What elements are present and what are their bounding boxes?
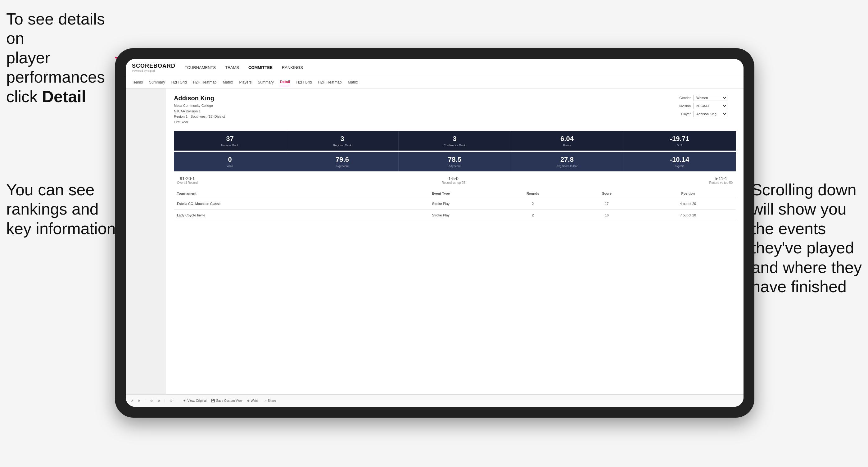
tab-h2h-grid[interactable]: H2H Grid bbox=[172, 79, 187, 86]
player-region: Region 1 - Southwest (18) District bbox=[174, 114, 225, 120]
content-area: Addison King Mesa Community College NJCA… bbox=[166, 89, 744, 394]
row2-rounds: 2 bbox=[492, 210, 573, 221]
stats-grid-row1: 37 National Rank 3 Regional Rank 3 Confe… bbox=[174, 131, 736, 151]
record-top50: 5-11-1 Record vs top 50 bbox=[709, 176, 733, 184]
save-custom-view-button[interactable]: 💾 Save Custom View bbox=[211, 399, 242, 402]
row2-tournament: Lady Coyote Invite bbox=[174, 210, 389, 221]
stat-avg-score: 79.6 Avg Score bbox=[286, 152, 399, 172]
player-division: NJCAA Division 1 bbox=[174, 109, 225, 114]
view-original-button[interactable]: 👁 View: Original bbox=[183, 399, 207, 402]
division-filter-row: Division NJCAA I bbox=[674, 103, 736, 109]
annotation-top-left: To see details on player performances cl… bbox=[6, 9, 124, 106]
player-filters: Gender Women Division NJCAA I bbox=[674, 95, 736, 125]
player-info-section: Addison King Mesa Community College NJCA… bbox=[174, 95, 736, 125]
player-filter-row: Player Addison King bbox=[674, 111, 736, 117]
save-icon: 💾 bbox=[211, 399, 215, 402]
gender-filter-row: Gender Women bbox=[674, 95, 736, 101]
annotation-bottom-left: You can see rankings and key information bbox=[6, 180, 116, 238]
row2-score: 16 bbox=[574, 210, 641, 221]
row2-event-type: Stroke Play bbox=[389, 210, 493, 221]
top-nav: SCOREBOARD Powered by clippd TOURNAMENTS… bbox=[126, 59, 744, 76]
stat-avg-score-par: 27.8 Avg Score to Par bbox=[511, 152, 623, 172]
toolbar-clock[interactable]: ⏱ bbox=[170, 399, 173, 402]
row1-score: 17 bbox=[574, 198, 641, 210]
tablet-screen: SCOREBOARD Powered by clippd TOURNAMENTS… bbox=[126, 59, 744, 407]
player-school: Mesa Community College bbox=[174, 103, 225, 109]
tournament-table: Tournament Event Type Rounds Score Posit… bbox=[174, 189, 736, 221]
watch-icon: ⊕ bbox=[247, 399, 250, 402]
col-position: Position bbox=[640, 189, 736, 198]
player-name: Addison King bbox=[174, 95, 225, 102]
stat-conference-rank: 3 Conference Rank bbox=[399, 131, 511, 151]
stats-grid-row2: 0 Wins 79.6 Avg Score 78.5 Adj Score 27.… bbox=[174, 152, 736, 172]
tab-h2h-grid2[interactable]: H2H Grid bbox=[296, 79, 312, 86]
table-row: Estella CC- Mountain Classic Stroke Play… bbox=[174, 198, 736, 210]
stat-avg-sg: -10.14 Avg SG bbox=[623, 152, 736, 172]
tab-teams[interactable]: Teams bbox=[132, 79, 143, 86]
bottom-toolbar: ↺ ↻ | ⊖ ⊕ | ⏱ | 👁 View: Original 💾 Save … bbox=[126, 394, 744, 407]
toolbar-zoom-in[interactable]: ⊕ bbox=[157, 399, 160, 402]
stat-national-rank: 37 National Rank bbox=[174, 131, 286, 151]
nav-items: TOURNAMENTS TEAMS COMMITTEE RANKINGS bbox=[185, 64, 303, 71]
share-icon: ↗ bbox=[264, 399, 267, 402]
stat-sos: -19.71 SoS bbox=[623, 131, 736, 151]
share-button[interactable]: ↗ Share bbox=[264, 399, 276, 402]
toolbar-undo[interactable]: ↺ bbox=[130, 399, 133, 402]
toolbar-zoom-out[interactable]: ⊖ bbox=[150, 399, 153, 402]
gender-select[interactable]: Women bbox=[693, 95, 727, 101]
row1-rounds: 2 bbox=[492, 198, 573, 210]
row1-position: 4 out of 20 bbox=[640, 198, 736, 210]
tab-summary[interactable]: Summary bbox=[149, 79, 165, 86]
watch-button[interactable]: ⊕ Watch bbox=[247, 399, 259, 402]
division-select[interactable]: NJCAA I bbox=[693, 103, 727, 109]
tab-matrix[interactable]: Matrix bbox=[223, 79, 233, 86]
tab-h2h-heatmap[interactable]: H2H Heatmap bbox=[193, 79, 217, 86]
nav-teams[interactable]: TEAMS bbox=[225, 64, 239, 71]
sub-nav: Teams Summary H2H Grid H2H Heatmap Matri… bbox=[126, 76, 744, 89]
toolbar-redo[interactable]: ↻ bbox=[137, 399, 140, 402]
player-select[interactable]: Addison King bbox=[693, 111, 727, 117]
main-content: Addison King Mesa Community College NJCA… bbox=[126, 89, 744, 394]
nav-rankings[interactable]: RANKINGS bbox=[282, 64, 303, 71]
tablet-frame: SCOREBOARD Powered by clippd TOURNAMENTS… bbox=[115, 48, 754, 417]
nav-tournaments[interactable]: TOURNAMENTS bbox=[185, 64, 216, 71]
stat-points: 6.04 Points bbox=[511, 131, 623, 151]
left-sidebar bbox=[126, 89, 166, 394]
division-label: Division bbox=[674, 104, 691, 108]
stat-wins: 0 Wins bbox=[174, 152, 286, 172]
tab-detail[interactable]: Detail bbox=[280, 78, 290, 86]
row1-event-type: Stroke Play bbox=[389, 198, 493, 210]
records-section: 91-20-1 Overall Record 1-5-0 Record vs t… bbox=[174, 176, 736, 184]
scoreboard-logo: SCOREBOARD Powered by clippd bbox=[132, 63, 176, 72]
logo-text: SCOREBOARD bbox=[132, 63, 176, 69]
gender-label: Gender bbox=[674, 96, 691, 100]
powered-by: Powered by clippd bbox=[132, 69, 176, 72]
annotation-right: Scrolling down will show you the events … bbox=[751, 180, 862, 296]
col-tournament: Tournament bbox=[174, 189, 389, 198]
view-icon: 👁 bbox=[183, 399, 186, 402]
tab-summary2[interactable]: Summary bbox=[258, 79, 274, 86]
record-top25: 1-5-0 Record vs top 25 bbox=[442, 176, 465, 184]
player-details: Addison King Mesa Community College NJCA… bbox=[174, 95, 225, 125]
tab-h2h-heatmap2[interactable]: H2H Heatmap bbox=[318, 79, 341, 86]
stat-regional-rank: 3 Regional Rank bbox=[286, 131, 399, 151]
stat-adj-score: 78.5 Adj Score bbox=[399, 152, 511, 172]
record-overall: 91-20-1 Overall Record bbox=[177, 176, 198, 184]
col-event-type: Event Type bbox=[389, 189, 493, 198]
col-rounds: Rounds bbox=[492, 189, 573, 198]
player-year: First Year bbox=[174, 120, 225, 125]
row1-tournament: Estella CC- Mountain Classic bbox=[174, 198, 389, 210]
tab-players[interactable]: Players bbox=[239, 79, 251, 86]
tab-matrix2[interactable]: Matrix bbox=[348, 79, 358, 86]
player-label: Player bbox=[674, 112, 691, 116]
table-row: Lady Coyote Invite Stroke Play 2 16 7 ou… bbox=[174, 210, 736, 221]
row2-position: 7 out of 20 bbox=[640, 210, 736, 221]
nav-committee[interactable]: COMMITTEE bbox=[248, 64, 273, 71]
col-score: Score bbox=[574, 189, 641, 198]
